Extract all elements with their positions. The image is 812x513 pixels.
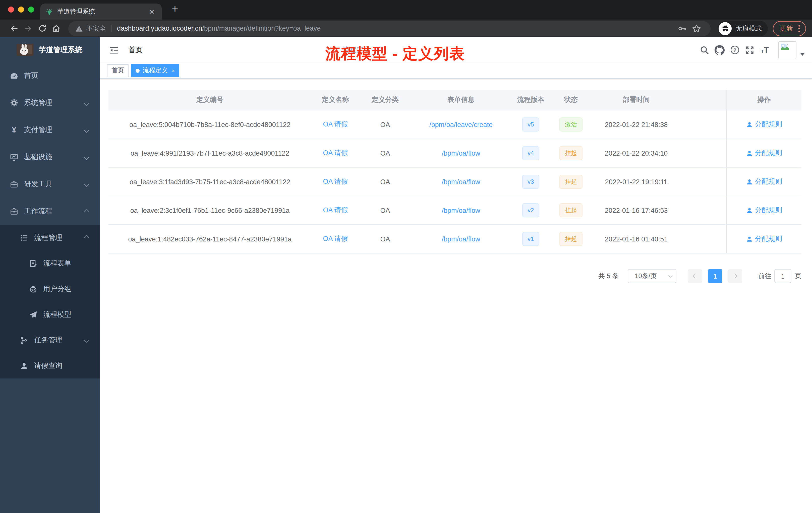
new-tab-button[interactable]: + [169, 1, 181, 17]
form-info-link[interactable]: /bpm/oa/flow [442, 235, 480, 243]
sidebar-toggle-icon[interactable] [107, 43, 121, 57]
url-domain: dashboard.yudao.iocoder.cn [117, 25, 202, 32]
definition-name-link[interactable]: OA 请假 [323, 149, 348, 158]
chevron-up-icon [84, 235, 88, 240]
chevron-down-icon [84, 128, 88, 132]
definition-name-link[interactable]: OA 请假 [323, 234, 348, 243]
key-icon[interactable] [675, 21, 690, 35]
form-info-cell: /bpm/oa/flow [411, 196, 511, 224]
definition-name-cell: OA 请假 [311, 196, 359, 224]
current-page-button[interactable]: 1 [708, 269, 722, 283]
help-icon[interactable]: ? [727, 42, 742, 58]
deploy-time-cell: 2022-01-16 01:40:51 [591, 225, 681, 253]
avatar[interactable] [778, 41, 796, 59]
filler-cell [681, 111, 726, 139]
sidebar-item-user-group[interactable]: 用户分组 [0, 276, 100, 302]
assign-rule-link[interactable]: 分配规则 [746, 234, 782, 243]
status-badge: 激活 [559, 117, 582, 131]
broken-image-icon [780, 42, 790, 53]
form-info-cell: /bpm/oa/flow [411, 225, 511, 253]
home-icon[interactable] [49, 21, 63, 35]
version-tag: v3 [522, 175, 539, 189]
assign-rule-link[interactable]: 分配规则 [746, 120, 782, 129]
filler-cell [681, 139, 726, 167]
tag-home[interactable]: 首页 [107, 64, 128, 77]
tag-process-definition[interactable]: 流程定义 × [131, 64, 179, 77]
yen-icon: ¥ [10, 126, 18, 134]
update-button[interactable]: 更新 [773, 21, 806, 36]
filler-cell [681, 225, 726, 253]
user-icon [746, 207, 753, 214]
reload-icon[interactable] [35, 21, 49, 35]
table-row: oa_leave:1:482ec033-762a-11ec-8477-a2380… [109, 225, 802, 253]
definition-id-cell: oa_leave:4:991f2193-7b7f-11ec-a3c8-acde4… [109, 139, 311, 167]
assign-rule-link[interactable]: 分配规则 [746, 177, 782, 186]
sidebar-item-task-manage[interactable]: 任务管理 [0, 327, 100, 353]
browser-tab[interactable]: 芋道管理系统 ✕ [40, 3, 162, 20]
column-header: 流程版本 [511, 90, 550, 110]
form-info-link[interactable]: /bpm/oa/flow [442, 149, 480, 157]
assign-rule-link[interactable]: 分配规则 [746, 149, 782, 158]
definition-name-link[interactable]: OA 请假 [323, 177, 348, 186]
sidebar-submenu: 流程管理 流程表单 用户分组 流程模型 任务管理 [0, 225, 100, 379]
security-warning-icon [75, 25, 83, 32]
sidebar-item-leave-query[interactable]: 请假查询 [0, 353, 100, 379]
page-size-select[interactable]: 10条/页 [628, 269, 676, 283]
address-bar[interactable]: 不安全 dashboard.yudao.iocoder.cn/bpm/manag… [68, 21, 710, 36]
url-separator [111, 25, 112, 32]
status-cell: 挂起 [550, 139, 591, 167]
avatar-dropdown-icon[interactable] [800, 53, 805, 56]
sidebar-item-process-model[interactable]: 流程模型 [0, 302, 100, 327]
logo-bunny-image [17, 44, 34, 56]
form-icon [29, 259, 37, 267]
breadcrumb-home[interactable]: 首页 [128, 46, 331, 55]
assign-rule-link[interactable]: 分配规则 [746, 206, 782, 215]
forward-icon[interactable] [21, 21, 35, 35]
sidebar-item-home[interactable]: 首页 [0, 62, 100, 89]
favicon-leaf-icon [45, 8, 53, 15]
prev-page-button[interactable] [688, 269, 702, 283]
send-icon [29, 310, 37, 319]
github-icon[interactable] [712, 42, 727, 58]
url-text[interactable]: dashboard.yudao.iocoder.cn/bpm/manager/d… [117, 25, 321, 32]
sidebar-item-workflow[interactable]: 工作流程 [0, 198, 100, 225]
tag-close-icon[interactable]: × [172, 67, 175, 73]
sidebar-item-payment[interactable]: ¥ 支付管理 [0, 117, 100, 144]
minimize-window-button[interactable] [18, 6, 24, 12]
goto-page-input[interactable] [774, 269, 791, 283]
search-icon[interactable] [697, 42, 712, 58]
close-window-button[interactable] [8, 6, 14, 12]
sidebar-item-system[interactable]: 系统管理 [0, 89, 100, 117]
browser-menu-icon[interactable] [798, 24, 801, 33]
sidebar-item-process-manage[interactable]: 流程管理 [0, 225, 100, 250]
definition-name-cell: OA 请假 [311, 225, 359, 253]
bookmark-star-icon[interactable] [690, 21, 703, 35]
tab-close-icon[interactable]: ✕ [147, 8, 157, 15]
back-icon[interactable] [7, 21, 21, 35]
page-content: 定义编号 定义名称 定义分类 表单信息 流程版本 状态 部署时间 操作 oa_l… [100, 79, 812, 513]
user-icon [20, 362, 28, 370]
sidebar-item-process-form[interactable]: 流程表单 [0, 250, 100, 276]
form-info-link[interactable]: /bpm/oa/flow [442, 178, 480, 185]
definition-id-cell: oa_leave:2:3c1f0ef1-76b1-11ec-9c66-a2380… [109, 196, 311, 224]
action-cell: 分配规则 [726, 111, 802, 139]
table-row: oa_leave:5:004b710b-7b8a-11ec-8ef0-acde4… [109, 111, 802, 139]
form-info-cell: /bpm/oa/flow [411, 139, 511, 167]
form-info-link[interactable]: /bpm/oa/leave/create [429, 121, 493, 128]
definition-name-link[interactable]: OA 请假 [323, 120, 348, 129]
status-cell: 挂起 [550, 168, 591, 196]
sidebar-item-label: 请假查询 [34, 361, 62, 370]
next-page-button[interactable] [728, 269, 742, 283]
sidebar-item-infra[interactable]: 基础设施 [0, 144, 100, 171]
table-row: oa_leave:4:991f2193-7b7f-11ec-a3c8-acde4… [109, 139, 802, 168]
zoom-window-button[interactable] [28, 6, 34, 12]
sidebar-item-devtools[interactable]: 研发工具 [0, 171, 100, 198]
security-label[interactable]: 不安全 [86, 24, 106, 33]
form-info-link[interactable]: /bpm/oa/flow [442, 207, 480, 214]
font-size-icon[interactable]: TT [757, 42, 772, 58]
action-cell: 分配规则 [726, 225, 802, 253]
definition-name-cell: OA 请假 [311, 139, 359, 167]
app-logo[interactable]: 芋道管理系统 [0, 37, 100, 62]
fullscreen-icon[interactable] [742, 42, 757, 58]
definition-name-link[interactable]: OA 请假 [323, 206, 348, 215]
